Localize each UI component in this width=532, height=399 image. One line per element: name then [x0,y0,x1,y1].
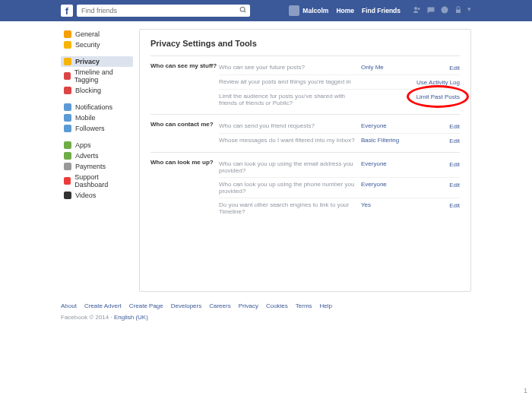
sidebar-item-label: Blocking [75,87,101,94]
payments-icon [64,163,71,170]
setting-row: Whose messages do I want filtered into m… [219,133,460,147]
nav-find-friends[interactable]: Find Friends [362,7,401,14]
avatar [289,5,299,16]
row-question: Limit the audience for posts you've shar… [219,93,361,106]
search-box[interactable] [77,5,250,17]
sidebar-item-label: Privacy [75,58,100,65]
footer-link[interactable]: Terms [296,302,312,309]
friends-icon[interactable] [413,5,422,16]
blocking-icon [64,87,71,94]
nav-user[interactable]: Malcolm [289,5,328,16]
messages-icon[interactable] [426,5,435,16]
section: Who can contact me?Who can send you frie… [150,114,460,152]
row-action-link[interactable]: Edit [449,123,460,130]
sidebar-item-mobile[interactable]: Mobile [61,112,133,123]
footer-link[interactable]: Create Advert [84,302,122,309]
copyright: Facebook © 2014 · [61,314,112,321]
videos-icon [64,192,71,199]
row-question: Review all your posts and things you're … [219,78,361,85]
row-value: Everyone [361,181,414,188]
sidebar-item-support[interactable]: Support Dashboard [61,172,133,190]
sidebar-item-label: Mobile [75,114,96,122]
footer-link[interactable]: Careers [209,302,230,309]
followers-icon [64,125,71,132]
footer-link[interactable]: About [61,302,77,309]
footer-link[interactable]: Developers [171,302,201,309]
section-label: Who can see my stuff? [150,61,219,109]
user-name: Malcolm [302,7,328,14]
footer: AboutCreate AdvertCreate PageDevelopersC… [61,298,471,325]
general-icon [64,30,71,38]
row-value: Yes [361,201,414,208]
row-action-link[interactable]: Edit [449,161,460,168]
notifications-icon [64,103,71,111]
sidebar-item-label: Timeline and Tagging [74,68,130,84]
row-action-link[interactable]: Edit [449,202,460,209]
sidebar-item-security[interactable]: Security [61,40,133,50]
support-icon [64,177,71,185]
privacy-icon [64,58,71,65]
sidebar-item-timeline[interactable]: Timeline and Tagging [61,67,133,85]
globe-icon[interactable] [440,5,449,16]
sidebar: GeneralSecurityPrivacyTimeline and Taggi… [61,29,139,292]
lock-icon[interactable] [454,5,463,16]
sidebar-item-label: General [75,30,100,38]
row-value: Basic Filtering [361,137,414,144]
row-action-link[interactable]: Edit [449,65,460,71]
sidebar-item-general[interactable]: General [61,29,133,40]
footer-link[interactable]: Help [320,302,332,309]
row-value: Everyone [361,160,414,167]
section-label: Who can contact me? [150,119,219,147]
search-input[interactable] [80,6,239,15]
sidebar-item-payments[interactable]: Payments [61,161,133,172]
row-action-link[interactable]: Edit [449,182,460,188]
adverts-icon [64,152,71,160]
nav-home[interactable]: Home [336,7,354,14]
sidebar-item-label: Videos [75,192,96,199]
sidebar-item-blocking[interactable]: Blocking [61,85,133,96]
apps-icon [64,141,71,149]
setting-row: Do you want other search engines to link… [219,198,460,218]
row-question: Who can look you up using the email addr… [219,160,361,174]
setting-row: Who can look you up using the email addr… [219,157,460,177]
section-label: Who can look me up? [150,157,219,218]
svg-point-0 [240,7,245,11]
page-title: Privacy Settings and Tools [150,39,460,48]
row-action-link[interactable]: Edit [449,138,460,144]
sidebar-item-label: Notifications [75,103,112,111]
svg-rect-5 [456,10,461,14]
section: Who can see my stuff?Who can see your fu… [150,55,460,114]
sidebar-item-adverts[interactable]: Adverts [61,150,133,161]
sidebar-item-label: Support Dashboard [74,173,130,188]
timeline-icon [64,72,71,80]
row-question: Who can see your future posts? [219,64,361,71]
footer-link[interactable]: Cookies [266,302,288,309]
sidebar-item-apps[interactable]: Apps [61,140,133,150]
svg-point-2 [414,7,417,10]
fb-logo[interactable]: f [61,5,73,17]
row-question: Do you want other search engines to link… [219,201,361,215]
sidebar-item-privacy[interactable]: Privacy [61,56,133,67]
search-icon[interactable] [239,6,247,15]
sidebar-item-followers[interactable]: Followers [61,123,133,134]
svg-line-1 [244,11,245,12]
sidebar-item-label: Apps [75,141,91,149]
lang-link[interactable]: English (UK) [114,314,148,321]
footer-link[interactable]: Privacy [239,302,258,309]
security-icon [64,41,71,49]
svg-point-4 [442,7,448,14]
sidebar-item-videos[interactable]: Videos [61,190,133,201]
row-action-link[interactable]: Use Activity Log [416,79,460,86]
sidebar-item-label: Security [75,41,100,49]
sidebar-item-notifications[interactable]: Notifications [61,102,133,112]
row-action-link[interactable]: Limit Past Posts [416,93,460,100]
row-question: Who can look you up using the phone numb… [219,181,361,195]
setting-row: Who can look you up using the phone numb… [219,177,460,198]
setting-row: Who can send you friend requests?Everyon… [219,119,460,133]
footer-link[interactable]: Create Page [129,302,163,309]
main-panel: Privacy Settings and Tools Who can see m… [139,29,471,292]
sidebar-item-label: Adverts [75,152,99,160]
setting-row: Limit the audience for posts you've shar… [219,89,460,109]
chevron-down-icon[interactable]: ▾ [467,5,471,16]
topbar: f Malcolm Home Find Friends ▾ [0,0,532,21]
